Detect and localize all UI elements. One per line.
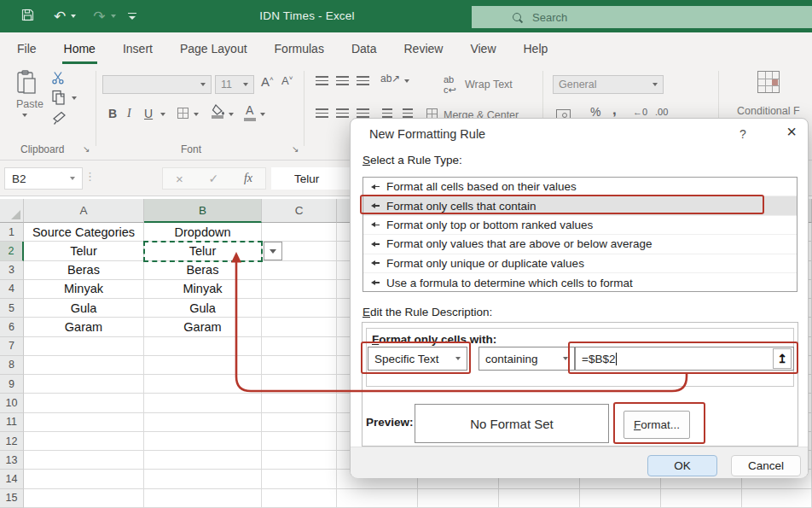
cell-A3[interactable]: Beras — [24, 261, 144, 280]
formula-input[interactable]: Telur — [271, 167, 357, 190]
row-header-13[interactable]: 13 — [0, 451, 24, 470]
rule-type-option-3[interactable]: Format only top or bottom ranked values — [363, 216, 797, 235]
font-color-icon[interactable]: A — [246, 103, 253, 117]
underline-button[interactable]: U — [144, 107, 153, 120]
cell-A2[interactable]: Telur — [24, 242, 144, 260]
rule-type-option-6[interactable]: Use a formula to determine which cells t… — [363, 273, 797, 292]
bold-button[interactable]: B — [108, 107, 117, 120]
cell-D15[interactable] — [337, 489, 418, 508]
conditional-formatting-icon[interactable] — [757, 71, 780, 93]
shrink-font-button[interactable]: A˅ — [281, 74, 293, 87]
cell-H15[interactable] — [661, 489, 742, 508]
row-header-2[interactable]: 2 — [0, 242, 24, 260]
row-header-11[interactable]: 11 — [0, 413, 24, 432]
row-header-6[interactable]: 6 — [0, 318, 24, 336]
cell-C14[interactable] — [262, 470, 337, 488]
cell-I15[interactable] — [742, 489, 812, 508]
tab-view[interactable]: View — [468, 32, 497, 64]
decrease-indent-icon[interactable] — [382, 108, 392, 118]
font-color-chevron-icon[interactable] — [260, 113, 265, 116]
align-bottom-icon[interactable] — [357, 76, 369, 85]
row-header-8[interactable]: 8 — [0, 356, 24, 375]
search-bar[interactable]: Search — [472, 6, 812, 28]
data-validation-dropdown-button[interactable] — [264, 242, 282, 260]
cell-C1[interactable] — [262, 223, 337, 242]
cell-C12[interactable] — [262, 432, 337, 451]
tab-page-layout[interactable]: Page Layout — [178, 32, 249, 64]
cell-B1[interactable]: Dropdown — [144, 223, 262, 242]
cell-A1[interactable]: Source Categories — [24, 223, 144, 242]
cell-B6[interactable]: Garam — [144, 318, 262, 336]
align-middle-icon[interactable] — [336, 76, 349, 85]
cell-B12[interactable] — [144, 432, 262, 451]
orientation-chevron-icon[interactable] — [404, 79, 409, 83]
cell-C6[interactable] — [262, 318, 337, 336]
cell-C10[interactable] — [262, 394, 337, 412]
cut-icon[interactable] — [51, 71, 65, 88]
copy-chevron-icon[interactable] — [72, 96, 77, 100]
cell-B7[interactable] — [144, 337, 262, 356]
cell-C8[interactable] — [262, 356, 337, 375]
cell-B9[interactable] — [144, 375, 262, 394]
tab-help[interactable]: Help — [522, 32, 550, 64]
italic-button[interactable]: I — [127, 107, 131, 120]
paste-label[interactable]: Paste — [16, 98, 44, 110]
cell-C7[interactable] — [262, 337, 337, 356]
tab-data[interactable]: Data — [350, 32, 379, 64]
font-dialog-launcher-icon[interactable]: ↘ — [292, 144, 299, 154]
tab-formulas[interactable]: Formulas — [273, 32, 326, 64]
paste-button[interactable] — [15, 70, 38, 99]
paste-chevron-icon[interactable] — [22, 114, 27, 117]
row-header-4[interactable]: 4 — [0, 280, 24, 299]
row-header-9[interactable]: 9 — [0, 375, 24, 394]
cell-B10[interactable] — [144, 394, 262, 412]
cell-A12[interactable] — [24, 432, 144, 451]
cell-G15[interactable] — [580, 489, 661, 508]
cell-A5[interactable]: Gula — [24, 299, 144, 318]
row-header-5[interactable]: 5 — [0, 299, 24, 318]
orientation-icon[interactable]: ab↗ — [380, 73, 400, 85]
copy-icon[interactable] — [51, 90, 67, 108]
cell-B8[interactable] — [144, 356, 262, 375]
cell-A7[interactable] — [24, 337, 144, 356]
cell-C9[interactable] — [262, 375, 337, 394]
cancel-button[interactable]: Cancel — [731, 455, 801, 476]
cell-C4[interactable] — [262, 280, 337, 299]
dialog-close-button[interactable]: × — [782, 122, 801, 142]
name-box[interactable]: B2 — [4, 167, 83, 190]
name-box-chevron-icon[interactable] — [70, 177, 75, 180]
cell-A15[interactable] — [24, 489, 144, 508]
column-header-B[interactable]: B — [144, 199, 262, 223]
increase-decimal-button[interactable]: ←0 — [633, 107, 647, 117]
row-header-14[interactable]: 14 — [0, 470, 24, 488]
borders-icon[interactable] — [177, 108, 188, 119]
rule-type-option-5[interactable]: Format only unique or duplicate values — [363, 254, 797, 273]
cell-A8[interactable] — [24, 356, 144, 375]
tab-home[interactable]: Home — [62, 32, 97, 64]
column-header-C[interactable]: C — [262, 199, 337, 223]
cell-C3[interactable] — [262, 261, 337, 280]
cell-C13[interactable] — [262, 451, 337, 470]
grow-font-button[interactable]: A˄ — [261, 74, 274, 89]
number-format-select[interactable]: General — [553, 75, 664, 94]
undo-chevron-icon[interactable] — [71, 15, 76, 18]
cell-B5[interactable]: Gula — [144, 299, 262, 318]
conditional-formatting-label[interactable]: Conditional F — [737, 105, 812, 117]
borders-chevron-icon[interactable] — [194, 113, 199, 116]
insert-function-icon[interactable]: fx — [244, 172, 252, 185]
cancel-entry-icon[interactable]: × — [176, 172, 183, 186]
cell-C5[interactable] — [262, 299, 337, 318]
tab-file[interactable]: File — [15, 32, 38, 64]
wrap-text-label[interactable]: Wrap Text — [465, 79, 513, 91]
cell-A13[interactable] — [24, 451, 144, 470]
row-header-12[interactable]: 12 — [0, 432, 24, 451]
customize-toolbar-icon[interactable] — [128, 13, 136, 20]
select-all-corner[interactable] — [0, 199, 24, 223]
percent-style-button[interactable]: % — [590, 105, 600, 119]
decrease-decimal-button[interactable]: .00 — [655, 107, 668, 117]
rule-type-option-4[interactable]: Format only values that are above or bel… — [363, 235, 797, 254]
row-header-1[interactable]: 1 — [0, 223, 24, 242]
formula-bar-grip[interactable]: ⋮ — [84, 170, 96, 183]
align-top-icon[interactable] — [316, 76, 328, 85]
underline-chevron-icon[interactable] — [160, 113, 165, 116]
